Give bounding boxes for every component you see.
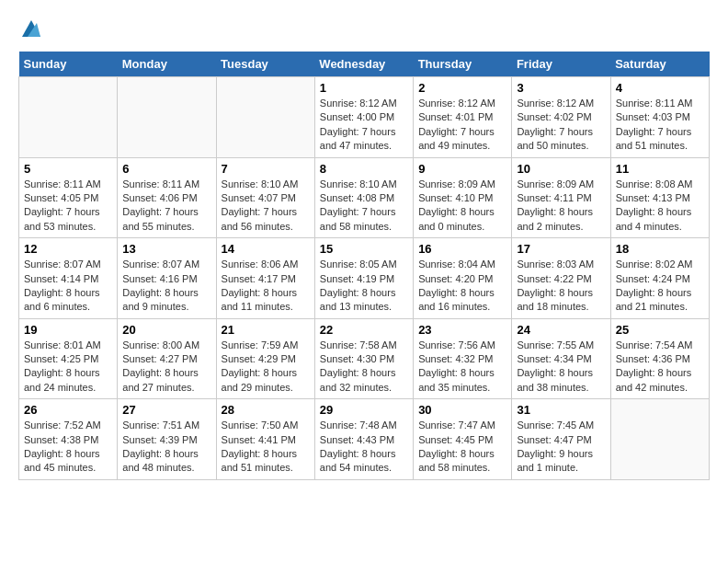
day-content: Sunrise: 8:11 AMSunset: 4:03 PMDaylight:… [616,97,704,154]
day-number: 9 [418,162,506,176]
day-content: Sunrise: 7:59 AMSunset: 4:29 PMDaylight:… [222,339,310,396]
calendar-cell: 3Sunrise: 8:12 AMSunset: 4:02 PMDaylight… [512,77,610,158]
day-number: 10 [517,162,605,176]
day-number: 31 [517,403,605,417]
day-number: 27 [122,403,210,417]
day-content: Sunrise: 8:06 AMSunset: 4:17 PMDaylight:… [222,258,310,315]
logo-arrow-icon [20,18,40,42]
day-number: 11 [616,162,704,176]
calendar-table: SundayMondayTuesdayWednesdayThursdayFrid… [18,52,710,480]
day-header-friday: Friday [512,52,610,77]
logo [18,18,40,42]
day-content: Sunrise: 7:48 AMSunset: 4:43 PMDaylight:… [320,419,408,476]
day-number: 3 [517,81,605,95]
day-number: 23 [418,323,506,337]
day-content: Sunrise: 7:51 AMSunset: 4:39 PMDaylight:… [122,419,210,476]
calendar-cell: 30Sunrise: 7:47 AMSunset: 4:45 PMDayligh… [414,399,512,480]
day-header-thursday: Thursday [414,52,512,77]
day-content: Sunrise: 8:01 AMSunset: 4:25 PMDaylight:… [24,339,112,396]
day-number: 4 [616,81,704,95]
calendar-cell: 21Sunrise: 7:59 AMSunset: 4:29 PMDayligh… [216,318,314,399]
calendar-cell: 15Sunrise: 8:05 AMSunset: 4:19 PMDayligh… [314,238,413,319]
day-header-saturday: Saturday [610,52,709,77]
calendar-cell: 20Sunrise: 8:00 AMSunset: 4:27 PMDayligh… [118,318,216,399]
day-number: 2 [418,81,506,95]
day-number: 1 [320,81,408,95]
calendar-cell [19,77,118,158]
calendar-cell: 27Sunrise: 7:51 AMSunset: 4:39 PMDayligh… [118,399,216,480]
day-content: Sunrise: 8:04 AMSunset: 4:20 PMDaylight:… [418,258,506,315]
day-number: 15 [320,242,408,256]
day-number: 24 [517,323,605,337]
day-number: 16 [418,242,506,256]
calendar-cell: 17Sunrise: 8:03 AMSunset: 4:22 PMDayligh… [512,238,610,319]
calendar-cell: 23Sunrise: 7:56 AMSunset: 4:32 PMDayligh… [414,318,512,399]
day-content: Sunrise: 8:00 AMSunset: 4:27 PMDaylight:… [122,339,210,396]
day-number: 7 [222,162,310,176]
day-number: 29 [320,403,408,417]
day-number: 21 [222,323,310,337]
calendar-cell: 9Sunrise: 8:09 AMSunset: 4:10 PMDaylight… [414,157,512,238]
calendar-cell: 26Sunrise: 7:52 AMSunset: 4:38 PMDayligh… [19,399,118,480]
calendar-cell: 11Sunrise: 8:08 AMSunset: 4:13 PMDayligh… [610,157,709,238]
calendar-cell: 31Sunrise: 7:45 AMSunset: 4:47 PMDayligh… [512,399,610,480]
day-number: 5 [24,162,112,176]
calendar-cell: 8Sunrise: 8:10 AMSunset: 4:08 PMDaylight… [314,157,413,238]
calendar-cell: 10Sunrise: 8:09 AMSunset: 4:11 PMDayligh… [512,157,610,238]
day-content: Sunrise: 8:03 AMSunset: 4:22 PMDaylight:… [517,258,605,315]
calendar-cell [118,77,216,158]
calendar-cell [216,77,314,158]
calendar-cell: 16Sunrise: 8:04 AMSunset: 4:20 PMDayligh… [414,238,512,319]
day-number: 22 [320,323,408,337]
day-content: Sunrise: 8:12 AMSunset: 4:02 PMDaylight:… [517,97,605,154]
day-number: 6 [122,162,210,176]
day-content: Sunrise: 8:10 AMSunset: 4:08 PMDaylight:… [320,178,408,235]
calendar-cell: 19Sunrise: 8:01 AMSunset: 4:25 PMDayligh… [19,318,118,399]
day-number: 19 [24,323,112,337]
calendar-cell: 2Sunrise: 8:12 AMSunset: 4:01 PMDaylight… [414,77,512,158]
day-content: Sunrise: 8:11 AMSunset: 4:05 PMDaylight:… [24,178,112,235]
calendar-cell: 14Sunrise: 8:06 AMSunset: 4:17 PMDayligh… [216,238,314,319]
day-number: 12 [24,242,112,256]
calendar-cell: 28Sunrise: 7:50 AMSunset: 4:41 PMDayligh… [216,399,314,480]
calendar-cell: 4Sunrise: 8:11 AMSunset: 4:03 PMDaylight… [610,77,709,158]
calendar-cell: 13Sunrise: 8:07 AMSunset: 4:16 PMDayligh… [118,238,216,319]
day-content: Sunrise: 8:02 AMSunset: 4:24 PMDaylight:… [616,258,704,315]
calendar-cell: 29Sunrise: 7:48 AMSunset: 4:43 PMDayligh… [314,399,413,480]
day-header-monday: Monday [118,52,216,77]
calendar-cell: 12Sunrise: 8:07 AMSunset: 4:14 PMDayligh… [19,238,118,319]
day-content: Sunrise: 8:11 AMSunset: 4:06 PMDaylight:… [122,178,210,235]
day-content: Sunrise: 7:58 AMSunset: 4:30 PMDaylight:… [320,339,408,396]
calendar-cell: 6Sunrise: 8:11 AMSunset: 4:06 PMDaylight… [118,157,216,238]
day-number: 13 [122,242,210,256]
day-number: 26 [24,403,112,417]
day-content: Sunrise: 8:05 AMSunset: 4:19 PMDaylight:… [320,258,408,315]
calendar-cell: 22Sunrise: 7:58 AMSunset: 4:30 PMDayligh… [314,318,413,399]
day-header-sunday: Sunday [19,52,118,77]
day-content: Sunrise: 7:55 AMSunset: 4:34 PMDaylight:… [517,339,605,396]
day-number: 28 [222,403,310,417]
day-number: 8 [320,162,408,176]
day-content: Sunrise: 7:50 AMSunset: 4:41 PMDaylight:… [222,419,310,476]
calendar-cell: 1Sunrise: 8:12 AMSunset: 4:00 PMDaylight… [314,77,413,158]
day-content: Sunrise: 7:45 AMSunset: 4:47 PMDaylight:… [517,419,605,476]
day-content: Sunrise: 8:07 AMSunset: 4:16 PMDaylight:… [122,258,210,315]
day-content: Sunrise: 8:12 AMSunset: 4:01 PMDaylight:… [418,97,506,154]
day-content: Sunrise: 8:08 AMSunset: 4:13 PMDaylight:… [616,178,704,235]
day-content: Sunrise: 8:09 AMSunset: 4:10 PMDaylight:… [418,178,506,235]
day-content: Sunrise: 8:10 AMSunset: 4:07 PMDaylight:… [222,178,310,235]
calendar-cell: 25Sunrise: 7:54 AMSunset: 4:36 PMDayligh… [610,318,709,399]
day-header-tuesday: Tuesday [216,52,314,77]
day-content: Sunrise: 7:47 AMSunset: 4:45 PMDaylight:… [418,419,506,476]
day-content: Sunrise: 7:56 AMSunset: 4:32 PMDaylight:… [418,339,506,396]
calendar-cell [610,399,709,480]
day-number: 30 [418,403,506,417]
calendar-cell: 5Sunrise: 8:11 AMSunset: 4:05 PMDaylight… [19,157,118,238]
day-number: 18 [616,242,704,256]
day-content: Sunrise: 8:12 AMSunset: 4:00 PMDaylight:… [320,97,408,154]
day-content: Sunrise: 8:09 AMSunset: 4:11 PMDaylight:… [517,178,605,235]
calendar-cell: 24Sunrise: 7:55 AMSunset: 4:34 PMDayligh… [512,318,610,399]
calendar-cell: 7Sunrise: 8:10 AMSunset: 4:07 PMDaylight… [216,157,314,238]
page-header [18,18,710,42]
day-number: 14 [222,242,310,256]
